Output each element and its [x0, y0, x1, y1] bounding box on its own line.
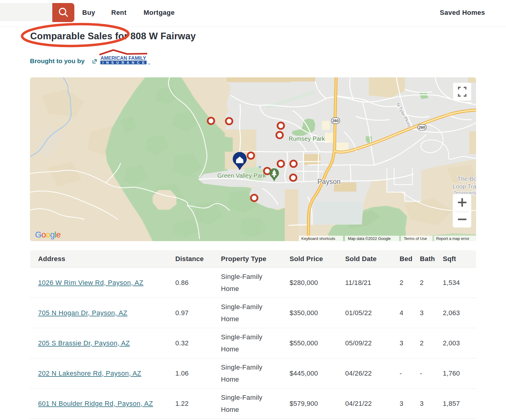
- svg-text:Report a map error: Report a map error: [436, 236, 469, 241]
- svg-text:TM: TM: [148, 63, 150, 65]
- svg-text:Rumsey Park: Rumsey Park: [289, 135, 325, 142]
- svg-text:The Bo: The Bo: [457, 176, 476, 182]
- svg-text:Green Valley Park: Green Valley Park: [217, 172, 266, 179]
- svg-text:260: 260: [332, 119, 339, 123]
- svg-text:Map data ©2022 Google: Map data ©2022 Google: [348, 236, 391, 241]
- svg-text:Loop Tra: Loop Tra: [452, 183, 476, 190]
- svg-text:Keyboard shortcuts: Keyboard shortcuts: [301, 236, 336, 241]
- svg-text:AMERICAN FAMILY: AMERICAN FAMILY: [101, 55, 146, 61]
- svg-text:Payson: Payson: [317, 178, 341, 186]
- svg-text:Terms of Use: Terms of Use: [404, 236, 427, 241]
- svg-text:260: 260: [419, 125, 425, 130]
- svg-text:Google: Google: [35, 230, 61, 239]
